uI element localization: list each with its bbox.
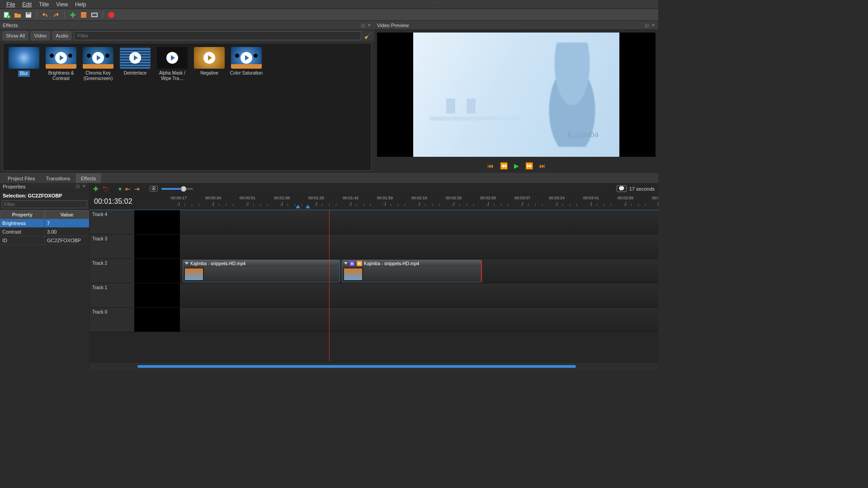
tab-effects[interactable]: Effects bbox=[76, 174, 101, 183]
clip-expand-icon[interactable] bbox=[185, 262, 189, 265]
effect-blur[interactable]: Blur bbox=[7, 47, 41, 167]
ruler-tick: 00:01:42 bbox=[343, 196, 359, 200]
effect-deinterlace[interactable]: Deinterlace bbox=[118, 47, 152, 167]
track[interactable]: Track 3 bbox=[90, 235, 658, 259]
track-body[interactable]: Kajimba - snippets-HD.mp4BNKajimba - sni… bbox=[135, 259, 658, 283]
effects-title-label: Effects bbox=[3, 23, 18, 28]
property-value[interactable]: 7 bbox=[45, 219, 89, 228]
menu-file[interactable]: File bbox=[3, 1, 19, 8]
tab-transitions[interactable]: Transitions bbox=[41, 174, 75, 183]
effect-color-saturation[interactable]: Color Saturation bbox=[229, 47, 264, 167]
svg-rect-8 bbox=[92, 14, 97, 16]
property-row[interactable]: ID GC2ZFOXOBP bbox=[0, 236, 89, 245]
track-head[interactable]: Track 4 bbox=[90, 210, 135, 234]
timeline-tracks: Track 4Track 3Track 2Kajimba - snippets-… bbox=[90, 210, 658, 361]
timeline-scrollbar[interactable] bbox=[90, 363, 658, 370]
timeline-marker[interactable] bbox=[306, 205, 310, 208]
ruler-tick: 00:03:07 bbox=[514, 196, 530, 200]
timeline-ruler[interactable]: 00:01:35:02 00:00:1700:00:3400:00:5100:0… bbox=[90, 195, 658, 210]
track-head[interactable]: Track 2 bbox=[90, 259, 135, 283]
play-icon[interactable]: ▶ bbox=[514, 162, 519, 169]
timeline-marker[interactable] bbox=[296, 205, 300, 208]
property-row[interactable]: Brightness 7 bbox=[0, 219, 89, 228]
track[interactable]: Track 4 bbox=[90, 210, 658, 235]
ruler-tick: 00:02:33 bbox=[446, 196, 462, 200]
center-playhead-icon[interactable]: ⦿ bbox=[150, 186, 158, 192]
svg-rect-5 bbox=[81, 14, 86, 14]
track-body[interactable] bbox=[135, 283, 658, 307]
new-project-button[interactable] bbox=[2, 10, 11, 19]
add-track-icon[interactable]: ✚ bbox=[93, 185, 99, 192]
timeline-toolbar: ✚ ⮌ ▾ ⇤ ⇥ ⦿ 💬 17 seconds bbox=[90, 183, 658, 195]
property-value[interactable]: GC2ZFOXOBP bbox=[45, 236, 89, 245]
jump-end-icon[interactable]: ⏭ bbox=[539, 162, 546, 169]
seconds-label: 17 seconds bbox=[629, 186, 655, 192]
property-row[interactable]: Contrast 3.00 bbox=[0, 228, 89, 236]
properties-filter-input[interactable] bbox=[2, 200, 87, 208]
ruler-tick: 00:02:50 bbox=[480, 196, 496, 200]
ruler-tick: 00:03:58 bbox=[618, 196, 633, 200]
snapping-icon[interactable]: ⮌ bbox=[102, 185, 108, 192]
preview-panel-controls[interactable]: ◱ ✕ bbox=[645, 23, 656, 28]
svg-rect-3 bbox=[27, 12, 30, 14]
track-body[interactable] bbox=[135, 210, 658, 234]
track-head[interactable]: Track 0 bbox=[90, 308, 135, 332]
rewind-icon[interactable]: ⏪ bbox=[500, 162, 508, 169]
undo-button[interactable] bbox=[41, 10, 50, 19]
splitter-grip[interactable]: ⋯⋯ bbox=[429, 0, 439, 4]
effect-chroma-key[interactable]: Chroma Key (Greenscreen) bbox=[81, 47, 115, 167]
property-key: Contrast bbox=[0, 228, 45, 236]
menu-help[interactable]: Help bbox=[71, 1, 90, 8]
ruler-tick: 00:00:51 bbox=[240, 196, 255, 200]
profiles-button[interactable] bbox=[79, 10, 88, 19]
clip[interactable]: BNKajimba - snippets-HD.mp4 bbox=[342, 260, 482, 282]
export-button[interactable] bbox=[107, 10, 116, 19]
properties-panel-controls[interactable]: ◱ ✕ bbox=[76, 184, 86, 190]
timeline-seconds: 💬 17 seconds bbox=[617, 185, 655, 192]
clip[interactable]: Kajimba - snippets-HD.mp4 bbox=[183, 260, 340, 282]
open-project-button[interactable] bbox=[13, 10, 22, 19]
effect-alpha-mask[interactable]: Alpha Mask / Wipe Tra… bbox=[155, 47, 189, 167]
menu-edit[interactable]: Edit bbox=[19, 1, 35, 8]
ruler-tick: 00:04: bbox=[652, 196, 658, 200]
svg-point-9 bbox=[108, 12, 114, 18]
effects-tab-showall[interactable]: Show All bbox=[3, 31, 28, 40]
properties-col-value[interactable]: Value bbox=[45, 210, 90, 219]
svg-rect-4 bbox=[81, 12, 86, 18]
preview-video[interactable]: Kajimba bbox=[377, 33, 656, 157]
properties-col-property[interactable]: Property bbox=[0, 210, 45, 219]
effect-negative[interactable]: Negative bbox=[192, 47, 226, 167]
menubar: File Edit Title View Help bbox=[0, 0, 658, 9]
tab-project-files[interactable]: Project Files bbox=[3, 174, 40, 183]
fullscreen-button[interactable] bbox=[90, 10, 99, 19]
preview-frame: Kajimba bbox=[413, 33, 619, 157]
effects-panel-controls[interactable]: ◱ ✕ bbox=[361, 23, 372, 28]
track-body[interactable] bbox=[135, 235, 658, 258]
playhead[interactable] bbox=[329, 210, 330, 361]
next-marker-icon[interactable]: ⇥ bbox=[134, 185, 140, 192]
zoom-slider[interactable] bbox=[161, 188, 193, 190]
track[interactable]: Track 1 bbox=[90, 283, 658, 308]
clear-filter-icon[interactable]: 🧹 bbox=[364, 32, 372, 39]
menu-title[interactable]: Title bbox=[35, 1, 52, 8]
jump-start-icon[interactable]: ⏮ bbox=[487, 162, 494, 169]
prev-marker-icon[interactable]: ⇤ bbox=[125, 185, 131, 192]
fastfwd-icon[interactable]: ⏩ bbox=[525, 162, 533, 169]
track-body[interactable] bbox=[135, 308, 658, 332]
effects-tab-audio[interactable]: Audio bbox=[52, 31, 71, 40]
ruler-tick: 00:03:41 bbox=[583, 196, 599, 200]
add-button[interactable] bbox=[68, 10, 77, 19]
track-head[interactable]: Track 1 bbox=[90, 283, 135, 307]
effects-tab-video[interactable]: Video bbox=[31, 31, 50, 40]
menu-view[interactable]: View bbox=[52, 1, 71, 8]
property-value[interactable]: 3.00 bbox=[45, 228, 89, 236]
effects-filter-input[interactable] bbox=[74, 31, 361, 40]
clip-expand-icon[interactable] bbox=[344, 262, 348, 265]
redo-button[interactable] bbox=[52, 10, 61, 19]
track[interactable]: Track 2Kajimba - snippets-HD.mp4BNKajimb… bbox=[90, 259, 658, 283]
track[interactable]: Track 0 bbox=[90, 308, 658, 332]
add-marker-icon[interactable]: ▾ bbox=[118, 185, 122, 192]
track-head[interactable]: Track 3 bbox=[90, 235, 135, 258]
save-project-button[interactable] bbox=[24, 10, 33, 19]
effect-brightness-contrast[interactable]: Brightness & Contrast bbox=[44, 47, 78, 167]
